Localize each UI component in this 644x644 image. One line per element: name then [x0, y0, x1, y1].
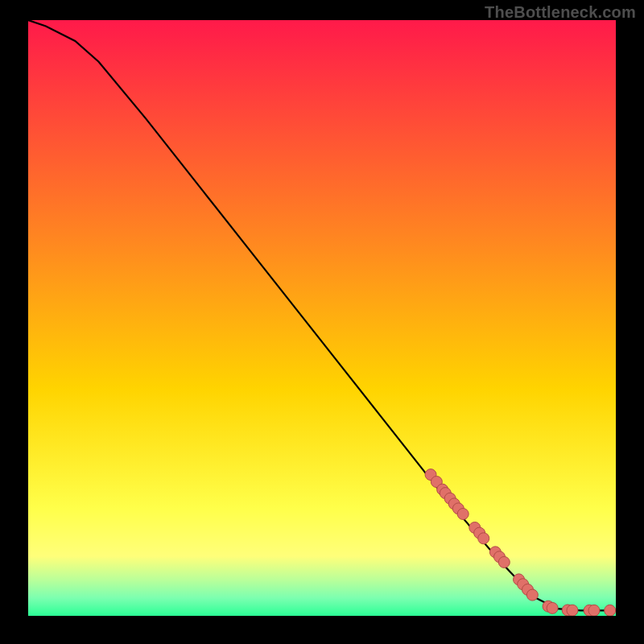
plot-area	[28, 20, 616, 616]
data-point	[498, 556, 510, 568]
data-point	[547, 602, 558, 613]
data-point	[457, 508, 469, 519]
data-point	[567, 605, 578, 616]
data-point	[588, 605, 600, 616]
data-point	[605, 605, 616, 616]
chart-frame: TheBottleneck.com	[0, 0, 644, 644]
data-point	[478, 533, 489, 544]
watermark-text: TheBottleneck.com	[485, 3, 636, 22]
data-point	[526, 589, 538, 601]
bottleneck-gradient-chart	[28, 20, 616, 616]
gradient-background	[28, 20, 616, 616]
